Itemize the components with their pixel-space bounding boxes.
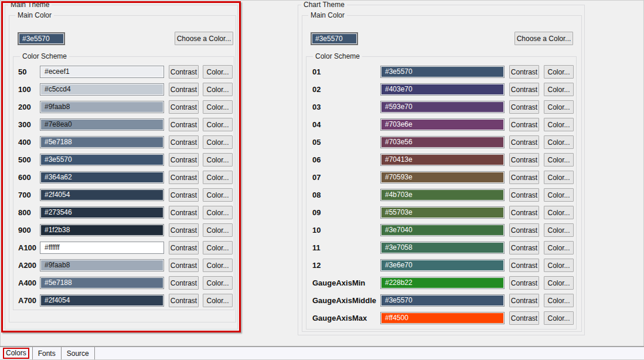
color-value-field[interactable]: #364a62 — [40, 171, 164, 184]
contrast-button[interactable]: Contrast — [169, 241, 199, 254]
color-scheme-row-label: 08 — [312, 188, 321, 202]
contrast-button[interactable]: Contrast — [509, 65, 539, 79]
contrast-button[interactable]: Contrast — [509, 206, 539, 219]
contrast-button[interactable]: Contrast — [169, 276, 199, 290]
color-value-field[interactable]: #3e5570 — [40, 154, 164, 166]
color-picker-button[interactable]: Color... — [203, 83, 233, 96]
color-picker-button[interactable]: Color... — [203, 118, 233, 131]
main-color-value-field[interactable]: #3e5570 — [311, 32, 358, 45]
contrast-button[interactable]: Contrast — [169, 223, 199, 237]
choose-color-button[interactable]: Choose a Color... — [175, 32, 233, 45]
color-picker-button[interactable]: Color... — [544, 241, 574, 254]
color-scheme-row-label: 500 — [18, 153, 31, 167]
contrast-button[interactable]: Contrast — [509, 223, 539, 237]
color-value-field[interactable]: #ff4500 — [380, 312, 505, 324]
color-picker-button[interactable]: Color... — [203, 135, 233, 149]
contrast-button[interactable]: Contrast — [169, 153, 199, 167]
color-value-field[interactable]: #70413e — [380, 154, 505, 166]
color-value-field[interactable]: #703e6e — [380, 118, 505, 131]
color-picker-button[interactable]: Color... — [544, 135, 574, 149]
color-value-field[interactable]: #1f2b38 — [40, 224, 164, 236]
contrast-button[interactable]: Contrast — [169, 83, 199, 96]
color-picker-button[interactable]: Color... — [544, 83, 574, 96]
color-picker-button[interactable]: Color... — [544, 294, 574, 307]
contrast-button[interactable]: Contrast — [509, 294, 539, 307]
color-value-field[interactable]: #3e7058 — [380, 242, 505, 254]
contrast-button[interactable]: Contrast — [509, 188, 539, 202]
tab-fonts[interactable]: Fonts — [33, 347, 62, 359]
color-value-field[interactable]: #70593e — [380, 171, 505, 184]
tab-colors[interactable]: Colors — [0, 347, 33, 359]
color-picker-button[interactable]: Color... — [544, 311, 574, 325]
color-picker-button[interactable]: Color... — [203, 206, 233, 219]
color-picker-button[interactable]: Color... — [203, 294, 233, 307]
color-picker-button[interactable]: Color... — [544, 153, 574, 167]
contrast-button[interactable]: Contrast — [169, 135, 199, 149]
color-picker-button[interactable]: Color... — [203, 276, 233, 290]
color-scheme-row-label: 12 — [312, 259, 321, 272]
main-color-group-box: Main Color #3e5570 Choose a Color... Col… — [9, 15, 236, 322]
contrast-button[interactable]: Contrast — [169, 259, 199, 272]
color-value-field[interactable]: #3e6e70 — [380, 259, 505, 271]
color-picker-button[interactable]: Color... — [544, 171, 574, 184]
color-picker-button[interactable]: Color... — [203, 171, 233, 184]
color-value-field[interactable]: #3e5570 — [380, 66, 505, 78]
color-value-field[interactable]: #593e70 — [380, 101, 505, 113]
contrast-button[interactable]: Contrast — [509, 135, 539, 149]
color-value-field[interactable]: #228b22 — [380, 277, 505, 289]
contrast-button[interactable]: Contrast — [509, 259, 539, 272]
color-picker-button[interactable]: Color... — [544, 188, 574, 202]
color-value-field[interactable]: #2f4054 — [40, 294, 164, 307]
contrast-button[interactable]: Contrast — [509, 311, 539, 325]
color-value-field[interactable]: #273546 — [40, 206, 164, 219]
tab-source[interactable]: Source — [62, 347, 95, 359]
color-value-field[interactable]: #3e7040 — [380, 224, 505, 236]
color-value-field[interactable]: #2f4054 — [40, 189, 164, 201]
color-value-field[interactable]: #403e70 — [380, 83, 505, 96]
color-picker-button[interactable]: Color... — [203, 153, 233, 167]
contrast-button[interactable]: Contrast — [509, 241, 539, 254]
contrast-button[interactable]: Contrast — [169, 100, 199, 114]
color-picker-button[interactable]: Color... — [544, 100, 574, 114]
color-picker-button[interactable]: Color... — [203, 65, 233, 79]
color-value-field[interactable]: #c5ccd4 — [40, 83, 164, 96]
color-value-field[interactable]: #9faab8 — [40, 101, 164, 113]
color-value-field[interactable]: #eceef1 — [40, 66, 164, 78]
color-value-field[interactable]: #55703e — [380, 206, 505, 219]
color-value-field[interactable]: #7e8ea0 — [40, 118, 164, 131]
color-picker-button[interactable]: Color... — [544, 259, 574, 272]
color-picker-button[interactable]: Color... — [203, 241, 233, 254]
color-picker-button[interactable]: Color... — [544, 65, 574, 79]
contrast-button[interactable]: Contrast — [509, 276, 539, 290]
color-value-field[interactable]: #9faab8 — [40, 259, 164, 271]
main-color-value-field[interactable]: #3e5570 — [18, 32, 65, 45]
contrast-button[interactable]: Contrast — [169, 118, 199, 131]
color-value-field[interactable]: #4b703e — [380, 189, 505, 201]
contrast-button[interactable]: Contrast — [169, 65, 199, 79]
color-value-field[interactable]: #5e7188 — [40, 136, 164, 148]
contrast-button[interactable]: Contrast — [509, 100, 539, 114]
color-picker-button[interactable]: Color... — [203, 100, 233, 114]
color-picker-button[interactable]: Color... — [544, 206, 574, 219]
choose-color-button[interactable]: Choose a Color... — [514, 32, 573, 45]
contrast-button[interactable]: Contrast — [509, 153, 539, 167]
color-picker-button[interactable]: Color... — [544, 223, 574, 237]
active-tab-highlight: Colors — [3, 348, 29, 359]
contrast-button[interactable]: Contrast — [509, 83, 539, 96]
contrast-button[interactable]: Contrast — [509, 118, 539, 131]
theme-group-box: Chart Theme Main Color #3e5570 Choose a … — [298, 5, 585, 335]
color-picker-button[interactable]: Color... — [544, 118, 574, 131]
contrast-button[interactable]: Contrast — [169, 294, 199, 307]
contrast-button[interactable]: Contrast — [169, 171, 199, 184]
color-value-field[interactable]: #5e7188 — [40, 277, 164, 289]
color-value-field[interactable]: #ffffff — [40, 242, 164, 254]
contrast-button[interactable]: Contrast — [169, 206, 199, 219]
color-picker-button[interactable]: Color... — [203, 223, 233, 237]
color-picker-button[interactable]: Color... — [544, 276, 574, 290]
contrast-button[interactable]: Contrast — [509, 171, 539, 184]
color-picker-button[interactable]: Color... — [203, 188, 233, 202]
color-picker-button[interactable]: Color... — [203, 259, 233, 272]
contrast-button[interactable]: Contrast — [169, 188, 199, 202]
color-value-field[interactable]: #3e5570 — [380, 294, 505, 307]
color-value-field[interactable]: #703e56 — [380, 136, 505, 148]
